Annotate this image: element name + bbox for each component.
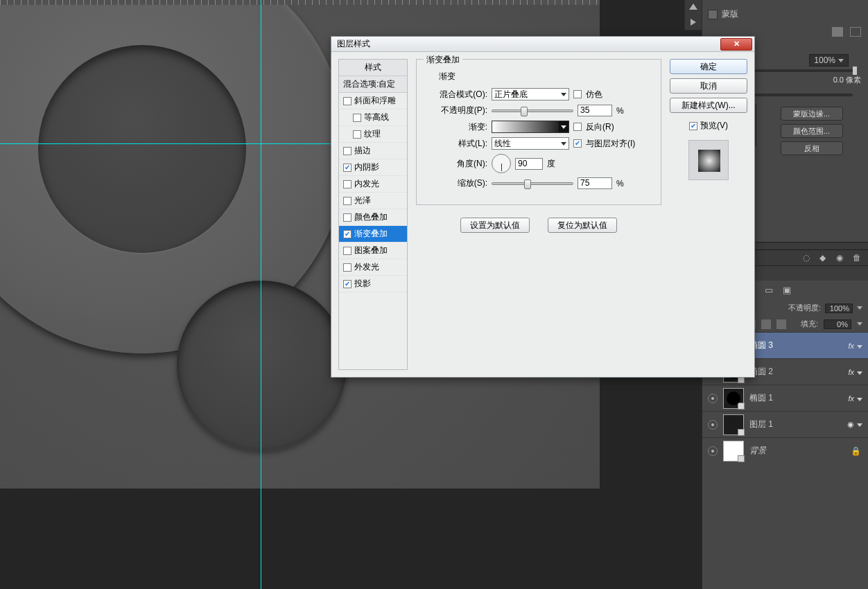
layer-row[interactable]: 背景🔒	[702, 437, 868, 464]
style-item[interactable]: 渐变叠加	[339, 226, 407, 243]
style-checkbox[interactable]	[353, 114, 361, 122]
style-checkbox[interactable]	[343, 247, 351, 255]
load-selection-icon[interactable]: ◌	[803, 253, 813, 263]
preview-label: 预览(V)	[700, 120, 728, 132]
color-range-button[interactable]: 颜色范围...	[781, 124, 843, 138]
style-checkbox[interactable]	[343, 263, 351, 272]
lock-position-icon[interactable]	[761, 319, 771, 329]
style-label: 样式(L):	[428, 138, 487, 150]
scale-slider[interactable]	[492, 182, 573, 185]
layer-row[interactable]: 椭圆 1fx	[702, 385, 868, 411]
chevron-down-icon[interactable]	[857, 306, 862, 310]
style-item-label: 颜色叠加	[354, 211, 388, 223]
chevron-down-icon[interactable]	[857, 322, 862, 326]
style-checkbox[interactable]	[343, 280, 351, 288]
style-item[interactable]: 内发光	[339, 176, 407, 193]
fx-indicator[interactable]: fx	[848, 394, 862, 403]
style-checkbox[interactable]	[353, 130, 361, 139]
preview-swatch	[688, 140, 729, 180]
shape-small-circle	[177, 281, 347, 450]
dither-checkbox[interactable]	[573, 90, 582, 98]
layer-thumbnail[interactable]	[723, 414, 744, 435]
vector-mask-icon[interactable]	[850, 27, 861, 37]
fx-indicator[interactable]: fx	[848, 368, 862, 376]
style-item[interactable]: 内阴影	[339, 159, 407, 176]
histogram-icon[interactable]	[689, 3, 697, 10]
pct-symbol: %	[616, 106, 624, 116]
style-item-label: 等高线	[364, 112, 389, 123]
scale-label: 缩放(S):	[428, 177, 487, 189]
style-checkbox[interactable]	[343, 230, 351, 238]
style-checkbox[interactable]	[343, 147, 351, 155]
filter-shape-icon[interactable]: ▭	[763, 285, 774, 296]
set-default-button[interactable]: 设置为默认值	[460, 218, 530, 233]
play-icon[interactable]	[691, 19, 696, 26]
guide-vertical[interactable]	[261, 0, 261, 589]
layer-row[interactable]: 图层 1◉	[702, 411, 868, 437]
close-button[interactable]: ✕	[720, 38, 752, 51]
style-item[interactable]: 图案叠加	[339, 243, 407, 259]
layer-name[interactable]: 图层 1	[749, 419, 773, 430]
style-checkbox[interactable]	[343, 180, 351, 188]
opacity-input[interactable]: 35	[578, 105, 612, 116]
visibility-toggle[interactable]	[708, 420, 718, 430]
filter-smart-icon[interactable]: ▣	[781, 285, 792, 296]
layer-name[interactable]: 背景	[749, 445, 766, 457]
lock-icon: 🔒	[851, 446, 861, 456]
lock-all-icon[interactable]	[776, 319, 786, 329]
ok-button[interactable]: 确定	[670, 59, 747, 74]
style-checkbox[interactable]	[343, 213, 351, 222]
reverse-checkbox[interactable]	[573, 123, 582, 131]
gradient-picker[interactable]	[492, 121, 569, 133]
reverse-label: 反向(R)	[586, 121, 614, 133]
visibility-toggle[interactable]	[708, 394, 718, 403]
layer-thumbnail[interactable]	[723, 441, 744, 461]
mask-edge-button[interactable]: 蒙版边缘...	[781, 107, 843, 121]
pixel-mask-icon[interactable]	[832, 27, 843, 37]
layer-name[interactable]: 椭圆 1	[749, 392, 773, 404]
scale-input[interactable]: 75	[578, 177, 612, 189]
section-title: 渐变叠加	[424, 54, 462, 66]
dialog-titlebar[interactable]: 图层样式 ✕	[331, 37, 754, 52]
reset-default-button[interactable]: 复位为默认值	[548, 218, 617, 233]
style-checkbox[interactable]	[343, 197, 351, 205]
style-item-label: 斜面和浮雕	[354, 95, 396, 107]
align-checkbox[interactable]	[573, 139, 582, 148]
style-checkbox[interactable]	[343, 97, 351, 105]
style-item[interactable]: 斜面和浮雕	[339, 93, 407, 109]
new-style-button[interactable]: 新建样式(W)...	[670, 98, 747, 113]
style-item-label: 投影	[354, 278, 371, 290]
style-item[interactable]: 描边	[339, 143, 407, 159]
style-item[interactable]: 纹理	[339, 126, 407, 143]
toggle-mask-icon[interactable]: ◉	[836, 253, 846, 263]
style-item-label: 纹理	[364, 128, 381, 140]
fill-field[interactable]: 0%	[824, 319, 851, 329]
style-checkbox[interactable]	[343, 164, 351, 172]
visibility-toggle[interactable]	[708, 446, 718, 456]
mask-panel-title: 蒙版	[722, 8, 738, 20]
density-value[interactable]: 100%	[809, 54, 849, 67]
styles-header[interactable]: 样式	[339, 60, 407, 76]
delete-mask-icon[interactable]: 🗑	[853, 253, 862, 263]
angle-dial[interactable]	[492, 154, 511, 173]
link-indicator[interactable]: ◉	[847, 420, 862, 429]
style-item[interactable]: 颜色叠加	[339, 209, 407, 226]
style-item[interactable]: 光泽	[339, 193, 407, 209]
style-item[interactable]: 外发光	[339, 259, 407, 276]
angle-input[interactable]: 90	[515, 158, 543, 170]
style-select[interactable]: 线性	[492, 137, 569, 150]
opacity-field[interactable]: 100%	[825, 304, 853, 313]
invert-button[interactable]: 反相	[781, 141, 843, 155]
opacity-slider[interactable]	[492, 109, 573, 112]
apply-mask-icon[interactable]: ◆	[819, 253, 829, 263]
panel-collapse-strip[interactable]	[684, 0, 702, 30]
fx-indicator[interactable]: fx	[848, 342, 862, 350]
cancel-button[interactable]: 取消	[670, 78, 747, 94]
style-item[interactable]: 投影	[339, 276, 407, 292]
preview-checkbox[interactable]	[689, 122, 697, 130]
style-item[interactable]: 等高线	[339, 109, 407, 126]
blend-mode-select[interactable]: 正片叠底	[492, 88, 569, 100]
pct-symbol: %	[616, 179, 624, 188]
layer-thumbnail[interactable]	[723, 388, 744, 409]
blending-options[interactable]: 混合选项:自定	[339, 76, 407, 93]
